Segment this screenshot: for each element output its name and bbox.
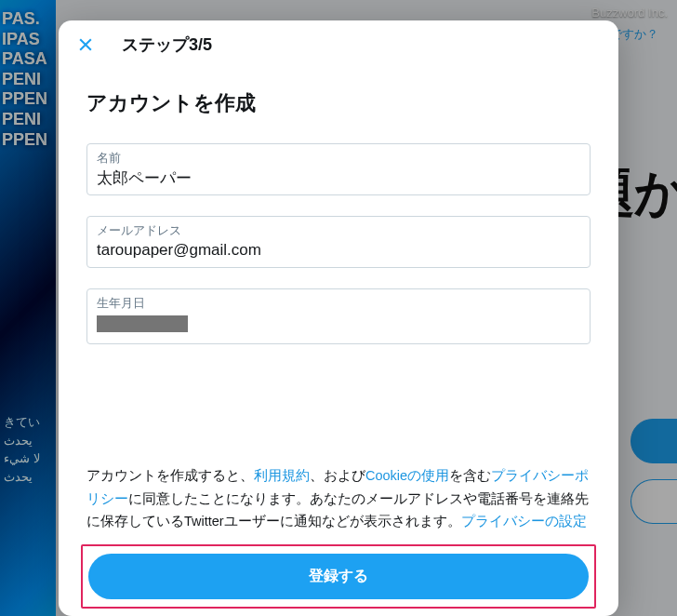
tos-link[interactable]: 利用規約 [254,468,310,483]
signup-button[interactable]: 登録する [88,554,589,599]
close-icon[interactable] [75,34,96,55]
name-label: 名前 [97,150,580,167]
modal-header: ステップ3/5 [59,20,618,65]
dob-value-redacted [97,315,188,332]
cta-highlight-box: 登録する [81,544,596,609]
step-indicator: ステップ3/5 [122,33,212,56]
email-field[interactable]: メールアドレス [86,216,591,268]
page-title: アカウントを作成 [86,89,591,117]
modal-body: アカウントを作成 名前 メールアドレス 生年月日 アカウントを作成すると、利用規… [59,65,618,616]
dob-label: 生年月日 [97,295,580,312]
dob-field[interactable]: 生年月日 [86,288,591,344]
signup-modal: ステップ3/5 アカウントを作成 名前 メールアドレス 生年月日 アカウントを作… [59,20,618,616]
email-input[interactable] [97,241,580,260]
legal-text: アカウントを作成すると、利用規約、およびCookieの使用を含むプライバシーポリ… [86,464,591,533]
privacy-settings-link[interactable]: プライバシーの設定 [461,514,587,529]
name-field[interactable]: 名前 [86,143,591,195]
name-input[interactable] [97,168,580,187]
email-label: メールアドレス [97,222,580,239]
cookie-link[interactable]: Cookieの使用 [365,468,449,483]
